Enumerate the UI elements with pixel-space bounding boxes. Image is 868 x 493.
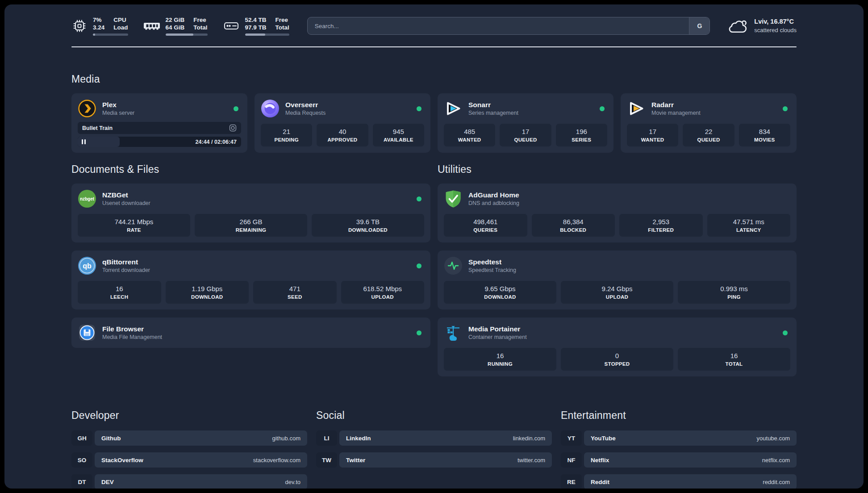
stat-value: 1.19 Gbps — [167, 284, 247, 293]
stat-box: 1.19 GbpsDOWNLOAD — [166, 281, 249, 304]
link-github[interactable]: GHGithubgithub.com — [71, 430, 307, 446]
stat-box: 39.6 TBDOWNLOADED — [312, 214, 424, 237]
app-card-file-browser[interactable]: File BrowserMedia File Management — [71, 318, 430, 348]
link-abbreviation: DT — [71, 474, 92, 489]
link-abbreviation: YT — [561, 430, 582, 446]
status-dot-online — [417, 263, 421, 268]
app-card-plex[interactable]: PlexMedia serverBullet Train24:44 / 02:0… — [71, 93, 247, 153]
stat-box: 485WANTED — [444, 124, 495, 146]
link-netflix[interactable]: NFNetflixnetflix.com — [561, 452, 797, 468]
filebrowser-icon — [78, 323, 96, 342]
link-abbreviation: GH — [71, 430, 92, 446]
link-name: Twitter — [346, 457, 365, 464]
topbar: 7%3.24CPULoad22 GiB64 GiBFreeTotal52.4 T… — [71, 16, 797, 36]
link-name: DEV — [101, 479, 114, 485]
stat-value: 266 GB — [196, 217, 305, 226]
metric-label-top: Free — [193, 16, 207, 24]
metric-value-bottom: 64 GiB — [166, 24, 185, 31]
nzbget-icon: nzbget — [78, 189, 96, 208]
section-title: Entertainment — [561, 409, 797, 422]
link-name: LinkedIn — [346, 435, 371, 442]
stat-box: 86,384BLOCKED — [532, 214, 615, 237]
stat-value: 9.24 Gbps — [563, 284, 672, 293]
link-name: Netflix — [591, 457, 609, 464]
link-reddit[interactable]: RERedditreddit.com — [561, 474, 797, 489]
metric-value-bottom: 97.9 TB — [245, 24, 267, 31]
status-dot-online — [600, 106, 605, 111]
link-name: Github — [101, 435, 121, 442]
status-dot-online — [417, 330, 421, 335]
app-name: NZBGet — [102, 191, 411, 199]
portainer-icon — [444, 323, 463, 342]
search-provider-button[interactable]: G — [689, 17, 709, 34]
link-url: reddit.com — [763, 479, 790, 485]
metric-label-bottom: Load — [113, 24, 128, 31]
link-url: linkedin.com — [513, 435, 545, 442]
stat-box: 266 GBREMAINING — [195, 214, 307, 237]
metric-label-bottom: Total — [193, 24, 207, 31]
weather-location-temp: Lviv, 16.87°C — [754, 17, 797, 26]
stat-value: 2,953 — [621, 217, 701, 226]
stat-value: 86,384 — [534, 217, 613, 226]
stat-label: PING — [680, 293, 789, 301]
app-card-adguard-home[interactable]: AdGuard HomeDNS and adblocking498,461QUE… — [438, 184, 797, 242]
stat-value: 945 — [375, 127, 422, 136]
stat-box: 22QUEUED — [683, 124, 734, 146]
stat-value: 17 — [629, 127, 676, 136]
app-card-speedtest[interactable]: SpeedtestSpeedtest Tracking9.65 GbpsDOWN… — [438, 251, 797, 309]
section-title: Utilities — [438, 163, 797, 175]
link-twitter[interactable]: TWTwittertwitter.com — [316, 452, 552, 468]
link-url: stackoverflow.com — [253, 457, 300, 464]
link-abbreviation: RE — [561, 474, 582, 489]
link-youtube[interactable]: YTYouTubeyoutube.com — [561, 430, 797, 446]
weather-widget: Lviv, 16.87°C scattered clouds — [729, 17, 797, 34]
stat-value: 22 — [684, 127, 732, 136]
plex-icon — [78, 99, 96, 118]
cloud-icon — [729, 18, 748, 33]
link-url: twitter.com — [517, 457, 545, 464]
stat-label: REMAINING — [196, 226, 305, 234]
stat-box: 16TOTAL — [678, 348, 790, 371]
search-input[interactable] — [308, 17, 689, 34]
pause-icon[interactable] — [82, 139, 86, 144]
app-name: Overseerr — [285, 100, 411, 109]
stat-label: APPROVED — [318, 136, 366, 143]
cpu-icon — [71, 18, 88, 34]
weather-condition: scattered clouds — [754, 26, 797, 34]
app-subtitle: Media Requests — [285, 109, 411, 117]
link-linkedin[interactable]: LILinkedInlinkedin.com — [316, 430, 552, 446]
status-dot-online — [234, 106, 238, 111]
stat-box: 16LEECH — [78, 281, 161, 304]
stat-label: RATE — [79, 226, 188, 234]
app-subtitle: Torrent downloader — [102, 267, 411, 274]
stat-label: DOWNLOAD — [446, 293, 555, 301]
stat-value: 40 — [318, 127, 366, 136]
app-card-overseerr[interactable]: OverseerrMedia Requests21PENDING40APPROV… — [255, 93, 430, 153]
app-card-media-portainer[interactable]: Media PortainerContainer management16RUN… — [438, 318, 797, 376]
status-dot-online — [783, 330, 788, 335]
radarr-icon — [627, 99, 646, 118]
link-url: youtube.com — [757, 435, 790, 442]
qbittorrent-icon: qb — [78, 256, 96, 275]
stat-box: 744.21 MbpsRATE — [78, 214, 190, 237]
stat-value: 834 — [741, 127, 789, 136]
metric-label-top: CPU — [113, 16, 128, 24]
links-section-entertainment: EntertainmentYTYouTubeyoutube.comNFNetfl… — [561, 409, 797, 489]
link-stackoverflow[interactable]: SOStackOverflowstackoverflow.com — [71, 452, 307, 468]
app-card-qbittorrent[interactable]: qbqBittorrentTorrent downloader16LEECH1.… — [71, 251, 430, 309]
app-card-sonarr[interactable]: SonarrSeries management485WANTED17QUEUED… — [438, 93, 613, 153]
app-card-radarr[interactable]: RadarrMovie management17WANTED22QUEUED83… — [621, 93, 797, 153]
stat-label: WANTED — [446, 136, 493, 143]
app-name: Speedtest — [468, 258, 790, 266]
stat-label: QUEUED — [501, 136, 549, 143]
metric-body: 52.4 TB97.9 TBFreeTotal — [245, 16, 289, 36]
stat-label: RUNNING — [446, 360, 555, 368]
app-subtitle: Media File Management — [102, 334, 411, 341]
adguard-icon — [444, 189, 463, 208]
stat-box: 16RUNNING — [444, 348, 556, 371]
link-dev[interactable]: DTDEVdev.to — [71, 474, 307, 489]
stat-value: 9.65 Gbps — [446, 284, 555, 293]
stat-value: 47.571 ms — [709, 217, 789, 226]
app-card-nzbget[interactable]: nzbgetNZBGetUsenet downloader744.21 Mbps… — [71, 184, 430, 242]
speedtest-icon — [444, 256, 463, 275]
